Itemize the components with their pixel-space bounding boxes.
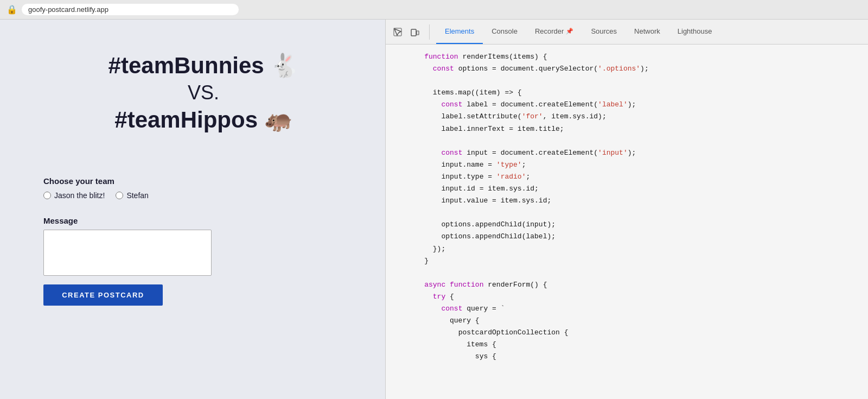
choose-team-label: Choose your team [43,176,363,186]
page-title-hippos: #teamHippos 🦛 [43,106,363,133]
browser-chrome: 🔒 goofy-postcard.netlify.app [0,0,868,20]
code-line: options.appendChild(input); [407,219,868,231]
main-area: #teamBunnies 🐇 VS. #teamHippos 🦛 Choose … [0,20,868,399]
code-line: input.name = 'type'; [407,159,868,171]
code-line: input.id = item.sys.id; [407,183,868,195]
message-label: Message [43,216,363,225]
code-panel: function renderItems(items) { const opti… [386,45,868,399]
svg-rect-1 [411,29,416,36]
code-line: input.value = item.sys.id; [407,195,868,207]
code-line [407,207,868,219]
recorder-pin-icon: 📌 [566,28,573,35]
code-line: const input = document.createElement('in… [407,147,868,159]
code-line: options.appendChild(label); [407,231,868,243]
code-line: try { [407,291,868,303]
radio-jason[interactable]: Jason the blitz! [43,191,105,200]
code-line: items { [407,339,868,351]
code-line: label.setAttribute('for', item.sys.id); [407,111,868,123]
code-line: function renderItems(items) { [407,51,868,63]
webpage-panel: #teamBunnies 🐇 VS. #teamHippos 🦛 Choose … [0,20,385,399]
code-line: sys { [407,351,868,363]
page-title-bunnies: #teamBunnies 🐇 [43,52,363,79]
code-line: } [407,255,868,267]
code-line: query { [407,315,868,327]
code-line: input.type = 'radio'; [407,171,868,183]
tab-lighthouse[interactable]: Lighthouse [669,20,721,44]
tab-sources[interactable]: Sources [582,20,626,44]
code-line: }); [407,243,868,255]
radio-jason-label: Jason the blitz! [54,191,105,200]
radio-stefan[interactable]: Stefan [116,191,148,200]
svg-rect-2 [417,31,419,35]
message-textarea[interactable] [43,230,212,276]
code-line [407,75,868,87]
tab-elements[interactable]: Elements [436,20,483,44]
cursor-icon[interactable] [390,24,405,40]
url-bar[interactable]: goofy-postcard.netlify.app [22,4,239,15]
code-line: postcardOptionCollection { [407,327,868,339]
lock-icon: 🔒 [7,4,17,15]
code-line [407,135,868,147]
code-line: items.map((item) => { [407,87,868,99]
code-line: async function renderForm() { [407,279,868,291]
code-line: label.innerText = item.title; [407,123,868,135]
devtools-tabs: Elements Console Recorder 📌 Sources Netw… [436,20,720,44]
page-vs: VS. [43,81,363,104]
create-postcard-button[interactable]: CREATE POSTCARD [43,284,163,306]
devtools-icon-group [390,24,430,40]
tab-console[interactable]: Console [483,20,526,44]
code-line [407,267,868,279]
code-line: const query = ` [407,303,868,315]
code-line: const label = document.createElement('la… [407,99,868,111]
device-toggle-icon[interactable] [407,24,423,40]
radio-jason-input[interactable] [43,192,51,199]
radio-stefan-label: Stefan [126,191,148,200]
tab-network[interactable]: Network [626,20,669,44]
radio-group: Jason the blitz! Stefan [43,191,363,200]
devtools-toolbar: Elements Console Recorder 📌 Sources Netw… [386,20,868,45]
code-line: const options = document.querySelector('… [407,63,868,75]
radio-stefan-input[interactable] [116,192,123,199]
tab-recorder[interactable]: Recorder 📌 [526,20,582,44]
devtools-panel: Elements Console Recorder 📌 Sources Netw… [385,20,868,399]
